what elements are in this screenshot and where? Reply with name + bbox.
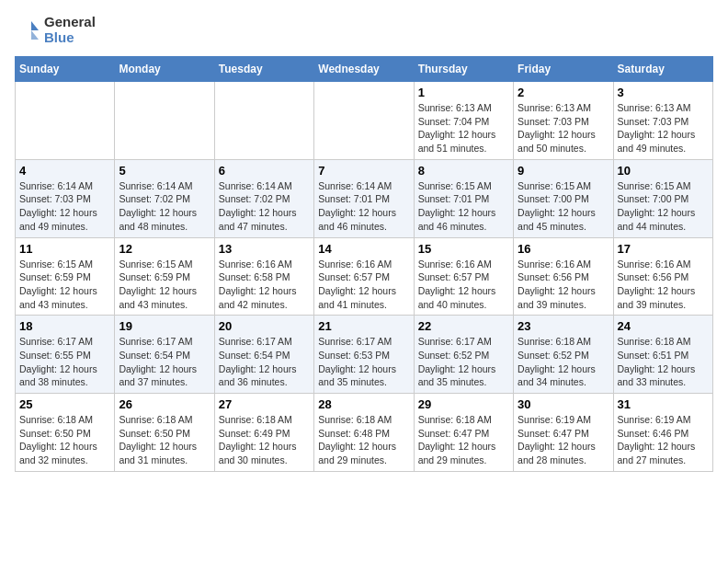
day-number: 15 — [418, 242, 509, 256]
day-info: Sunrise: 6:14 AM Sunset: 7:02 PM Dayligh… — [119, 179, 210, 234]
day-header-sunday: Sunday — [16, 57, 115, 82]
day-number: 19 — [119, 319, 210, 333]
day-info: Sunrise: 6:16 AM Sunset: 6:58 PM Dayligh… — [219, 258, 310, 312]
calendar-cell: 11Sunrise: 6:15 AM Sunset: 6:59 PM Dayli… — [16, 237, 115, 316]
day-info: Sunrise: 6:17 AM Sunset: 6:55 PM Dayligh… — [19, 335, 110, 389]
svg-marker-0 — [31, 21, 39, 30]
week-row-1: 1Sunrise: 6:13 AM Sunset: 7:04 PM Daylig… — [16, 82, 713, 160]
day-info: Sunrise: 6:19 AM Sunset: 6:46 PM Dayligh… — [618, 413, 709, 467]
day-number: 28 — [318, 397, 409, 411]
day-info: Sunrise: 6:15 AM Sunset: 7:00 PM Dayligh… — [618, 179, 709, 234]
day-number: 2 — [518, 86, 609, 99]
day-info: Sunrise: 6:18 AM Sunset: 6:49 PM Dayligh… — [219, 413, 310, 467]
calendar-cell: 25Sunrise: 6:18 AM Sunset: 6:50 PM Dayli… — [16, 394, 115, 472]
day-info: Sunrise: 6:18 AM Sunset: 6:50 PM Dayligh… — [19, 413, 110, 467]
day-info: Sunrise: 6:13 AM Sunset: 7:04 PM Dayligh… — [418, 101, 509, 155]
day-number: 18 — [19, 319, 110, 333]
day-info: Sunrise: 6:15 AM Sunset: 6:59 PM Dayligh… — [19, 258, 110, 312]
header-row: SundayMondayTuesdayWednesdayThursdayFrid… — [16, 57, 713, 82]
day-info: Sunrise: 6:15 AM Sunset: 7:01 PM Dayligh… — [418, 179, 509, 234]
calendar-cell: 12Sunrise: 6:15 AM Sunset: 6:59 PM Dayli… — [115, 237, 214, 316]
calendar-cell: 2Sunrise: 6:13 AM Sunset: 7:03 PM Daylig… — [514, 82, 613, 160]
day-number: 16 — [518, 242, 609, 256]
day-number: 12 — [119, 242, 210, 256]
day-number: 5 — [119, 164, 210, 178]
day-number: 26 — [119, 397, 210, 411]
day-header-tuesday: Tuesday — [214, 57, 313, 82]
day-info: Sunrise: 6:17 AM Sunset: 6:54 PM Dayligh… — [119, 335, 210, 389]
calendar-cell — [16, 82, 115, 160]
calendar-cell: 13Sunrise: 6:16 AM Sunset: 6:58 PM Dayli… — [214, 237, 313, 316]
day-info: Sunrise: 6:13 AM Sunset: 7:03 PM Dayligh… — [518, 101, 609, 155]
day-info: Sunrise: 6:16 AM Sunset: 6:57 PM Dayligh… — [418, 258, 509, 312]
calendar-cell: 23Sunrise: 6:18 AM Sunset: 6:52 PM Dayli… — [514, 316, 613, 394]
logo-blue: Blue — [44, 30, 96, 46]
calendar-body: 1Sunrise: 6:13 AM Sunset: 7:04 PM Daylig… — [16, 82, 713, 472]
day-info: Sunrise: 6:18 AM Sunset: 6:50 PM Dayligh… — [119, 413, 210, 467]
day-number: 4 — [19, 164, 110, 178]
day-number: 13 — [219, 242, 310, 256]
day-number: 25 — [19, 397, 110, 411]
calendar-cell: 9Sunrise: 6:15 AM Sunset: 7:00 PM Daylig… — [514, 159, 613, 237]
calendar-cell: 24Sunrise: 6:18 AM Sunset: 6:51 PM Dayli… — [613, 316, 712, 394]
day-info: Sunrise: 6:18 AM Sunset: 6:52 PM Dayligh… — [518, 335, 609, 389]
day-info: Sunrise: 6:18 AM Sunset: 6:51 PM Dayligh… — [618, 335, 709, 389]
day-number: 11 — [19, 242, 110, 256]
week-row-4: 18Sunrise: 6:17 AM Sunset: 6:55 PM Dayli… — [16, 316, 713, 394]
calendar-header: SundayMondayTuesdayWednesdayThursdayFrid… — [16, 57, 713, 82]
day-header-saturday: Saturday — [613, 57, 712, 82]
day-number: 9 — [518, 164, 609, 178]
day-number: 20 — [219, 319, 310, 333]
day-info: Sunrise: 6:14 AM Sunset: 7:03 PM Dayligh… — [19, 179, 110, 234]
calendar-cell: 29Sunrise: 6:18 AM Sunset: 6:47 PM Dayli… — [414, 394, 513, 472]
day-info: Sunrise: 6:17 AM Sunset: 6:54 PM Dayligh… — [219, 335, 310, 389]
day-header-monday: Monday — [115, 57, 214, 82]
header: General Blue — [15, 15, 713, 45]
day-header-wednesday: Wednesday — [314, 57, 414, 82]
calendar-cell: 8Sunrise: 6:15 AM Sunset: 7:01 PM Daylig… — [414, 159, 513, 237]
day-info: Sunrise: 6:15 AM Sunset: 6:59 PM Dayligh… — [119, 258, 210, 312]
calendar-cell — [214, 82, 313, 160]
calendar-cell: 15Sunrise: 6:16 AM Sunset: 6:57 PM Dayli… — [414, 237, 513, 316]
day-number: 14 — [318, 242, 409, 256]
day-number: 27 — [219, 397, 310, 411]
day-info: Sunrise: 6:15 AM Sunset: 7:00 PM Dayligh… — [518, 179, 609, 234]
day-number: 8 — [418, 164, 509, 178]
logo-general: General — [44, 15, 96, 30]
calendar-cell: 19Sunrise: 6:17 AM Sunset: 6:54 PM Dayli… — [115, 316, 214, 394]
day-header-thursday: Thursday — [414, 57, 513, 82]
day-info: Sunrise: 6:19 AM Sunset: 6:47 PM Dayligh… — [518, 413, 609, 467]
calendar-table: SundayMondayTuesdayWednesdayThursdayFrid… — [15, 56, 713, 472]
day-info: Sunrise: 6:18 AM Sunset: 6:48 PM Dayligh… — [318, 413, 409, 467]
day-number: 17 — [618, 242, 709, 256]
svg-marker-1 — [31, 30, 39, 40]
calendar-cell: 10Sunrise: 6:15 AM Sunset: 7:00 PM Dayli… — [613, 159, 712, 237]
calendar-cell: 26Sunrise: 6:18 AM Sunset: 6:50 PM Dayli… — [115, 394, 214, 472]
day-number: 21 — [318, 319, 409, 333]
calendar-cell: 30Sunrise: 6:19 AM Sunset: 6:47 PM Dayli… — [514, 394, 613, 472]
day-number: 7 — [318, 164, 409, 178]
calendar-cell: 27Sunrise: 6:18 AM Sunset: 6:49 PM Dayli… — [214, 394, 313, 472]
day-number: 10 — [618, 164, 709, 178]
logo: General Blue — [15, 15, 96, 45]
calendar-cell: 5Sunrise: 6:14 AM Sunset: 7:02 PM Daylig… — [115, 159, 214, 237]
day-info: Sunrise: 6:18 AM Sunset: 6:47 PM Dayligh… — [418, 413, 509, 467]
day-number: 3 — [618, 86, 709, 99]
calendar-cell: 22Sunrise: 6:17 AM Sunset: 6:52 PM Dayli… — [414, 316, 513, 394]
calendar-cell — [115, 82, 214, 160]
day-info: Sunrise: 6:14 AM Sunset: 7:02 PM Dayligh… — [219, 179, 310, 234]
day-info: Sunrise: 6:17 AM Sunset: 6:52 PM Dayligh… — [418, 335, 509, 389]
calendar-cell: 6Sunrise: 6:14 AM Sunset: 7:02 PM Daylig… — [214, 159, 313, 237]
calendar-cell: 17Sunrise: 6:16 AM Sunset: 6:56 PM Dayli… — [613, 237, 712, 316]
day-number: 22 — [418, 319, 509, 333]
day-info: Sunrise: 6:14 AM Sunset: 7:01 PM Dayligh… — [318, 179, 409, 234]
calendar-cell: 7Sunrise: 6:14 AM Sunset: 7:01 PM Daylig… — [314, 159, 414, 237]
day-info: Sunrise: 6:13 AM Sunset: 7:03 PM Dayligh… — [618, 101, 709, 155]
day-number: 23 — [518, 319, 609, 333]
day-info: Sunrise: 6:16 AM Sunset: 6:56 PM Dayligh… — [618, 258, 709, 312]
calendar-cell: 18Sunrise: 6:17 AM Sunset: 6:55 PM Dayli… — [16, 316, 115, 394]
day-info: Sunrise: 6:16 AM Sunset: 6:56 PM Dayligh… — [518, 258, 609, 312]
day-number: 6 — [219, 164, 310, 178]
calendar-cell — [314, 82, 414, 160]
week-row-5: 25Sunrise: 6:18 AM Sunset: 6:50 PM Dayli… — [16, 394, 713, 472]
